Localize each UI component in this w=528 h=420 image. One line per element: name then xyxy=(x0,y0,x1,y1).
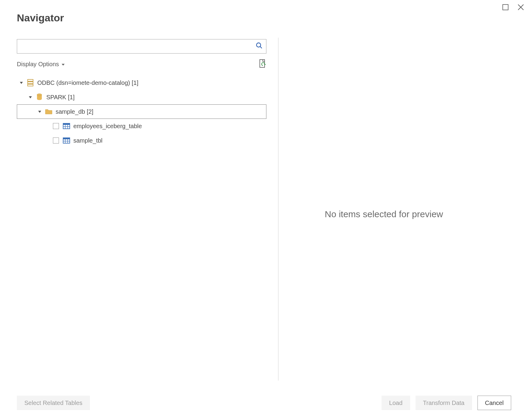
preview-empty-message: No items selected for preview xyxy=(325,209,443,219)
svg-rect-0 xyxy=(503,5,508,10)
search-field[interactable] xyxy=(17,39,266,54)
navigator-pane: Display Options xyxy=(17,39,266,372)
tree-node-spark[interactable]: SPARK [1] xyxy=(17,90,266,104)
close-button[interactable] xyxy=(517,4,524,11)
checkbox[interactable] xyxy=(53,123,59,129)
refresh-preview-icon[interactable] xyxy=(259,59,266,69)
tree-node-label: ODBC (dsn=iomete-demo-catalog) [1] xyxy=(37,79,138,86)
tree-node-table[interactable]: sample_tbl xyxy=(17,133,266,148)
maximize-button[interactable] xyxy=(502,4,509,11)
search-input[interactable] xyxy=(17,39,266,53)
svg-marker-7 xyxy=(20,82,23,84)
tree-node-label: employees_iceberg_table xyxy=(73,123,142,130)
svg-marker-6 xyxy=(265,64,266,65)
svg-line-4 xyxy=(260,47,262,48)
svg-marker-14 xyxy=(38,111,41,113)
tree-node-table[interactable]: employees_iceberg_table xyxy=(17,119,266,133)
tree-node-odbc[interactable]: ODBC (dsn=iomete-demo-catalog) [1] xyxy=(17,76,266,90)
tree-node-label: sample_tbl xyxy=(73,137,103,144)
tree-node-label: SPARK [1] xyxy=(46,94,75,101)
select-related-tables-button[interactable]: Select Related Tables xyxy=(17,396,90,410)
transform-data-button[interactable]: Transform Data xyxy=(416,396,472,410)
table-icon xyxy=(63,137,70,144)
display-options-dropdown[interactable]: Display Options xyxy=(17,61,65,68)
datasource-icon xyxy=(26,79,34,87)
folder-icon xyxy=(45,108,53,116)
tree-node-sample-db[interactable]: sample_db [2] xyxy=(17,104,266,119)
table-icon xyxy=(63,122,70,130)
search-icon[interactable] xyxy=(256,42,262,51)
display-options-label: Display Options xyxy=(17,61,59,68)
cancel-button[interactable]: Cancel xyxy=(477,396,511,410)
svg-rect-10 xyxy=(28,84,33,86)
svg-point-3 xyxy=(256,43,261,47)
caret-down-icon[interactable] xyxy=(27,94,34,100)
svg-marker-5 xyxy=(62,64,65,66)
caret-down-icon[interactable] xyxy=(18,79,25,86)
checkbox[interactable] xyxy=(53,137,59,144)
footer: Select Related Tables Load Transform Dat… xyxy=(17,395,511,411)
tree-node-label: sample_db [2] xyxy=(56,108,94,115)
navigator-tree: ODBC (dsn=iomete-demo-catalog) [1] SPARK… xyxy=(17,76,266,148)
svg-rect-8 xyxy=(28,79,33,81)
svg-rect-16 xyxy=(63,123,70,125)
svg-rect-9 xyxy=(28,82,33,84)
pane-divider xyxy=(278,38,278,381)
svg-marker-11 xyxy=(29,96,32,98)
load-button[interactable]: Load xyxy=(382,396,410,410)
page-title: Navigator xyxy=(17,12,64,24)
svg-rect-21 xyxy=(63,138,70,139)
database-icon xyxy=(35,93,43,101)
chevron-down-icon xyxy=(61,61,65,68)
caret-down-icon[interactable] xyxy=(36,108,43,115)
